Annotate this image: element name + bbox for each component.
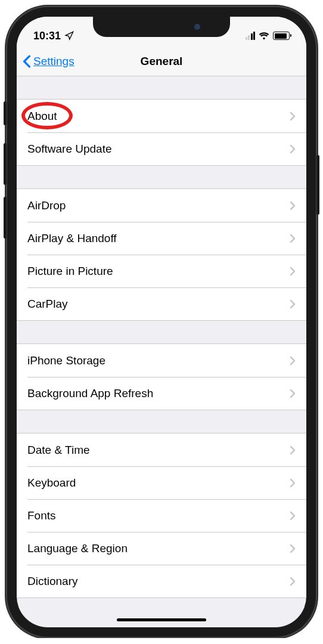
chevron-right-icon	[290, 201, 296, 210]
chevron-right-icon	[290, 234, 296, 243]
mute-switch	[4, 101, 7, 125]
settings-row-language-region[interactable]: Language & Region	[17, 532, 306, 565]
row-label: Dictionary	[27, 575, 77, 588]
row-label: Date & Time	[27, 444, 90, 457]
settings-row-about[interactable]: About	[17, 100, 306, 132]
settings-row-airplay-handoff[interactable]: AirPlay & Handoff	[17, 222, 306, 255]
row-label: CarPlay	[27, 298, 68, 311]
power-button	[316, 155, 319, 215]
settings-row-dictionary[interactable]: Dictionary	[17, 565, 306, 597]
settings-row-fonts[interactable]: Fonts	[17, 499, 306, 532]
volume-up-button	[4, 143, 7, 185]
chevron-right-icon	[290, 112, 296, 121]
settings-row-airdrop[interactable]: AirDrop	[17, 189, 306, 222]
chevron-right-icon	[290, 356, 296, 366]
content-scroll[interactable]: AboutSoftware UpdateAirDropAirPlay & Han…	[17, 76, 306, 627]
battery-icon	[273, 32, 290, 40]
status-right	[246, 32, 290, 40]
settings-section: AboutSoftware Update	[17, 99, 306, 166]
chevron-right-icon	[290, 144, 296, 154]
wifi-icon	[259, 32, 269, 40]
chevron-right-icon	[290, 511, 296, 521]
front-camera	[194, 24, 200, 30]
settings-row-picture-in-picture[interactable]: Picture in Picture	[17, 255, 306, 287]
chevron-right-icon	[290, 389, 296, 398]
chevron-right-icon	[290, 267, 296, 276]
location-icon	[64, 31, 74, 41]
settings-row-date-time[interactable]: Date & Time	[17, 434, 306, 466]
chevron-right-icon	[290, 478, 296, 488]
settings-row-carplay[interactable]: CarPlay	[17, 287, 306, 320]
settings-row-software-update[interactable]: Software Update	[17, 132, 306, 165]
settings-row-iphone-storage[interactable]: iPhone Storage	[17, 344, 306, 377]
settings-section: Date & TimeKeyboardFontsLanguage & Regio…	[17, 433, 306, 598]
notch	[93, 17, 230, 37]
row-label: Picture in Picture	[27, 265, 113, 278]
row-label: AirPlay & Handoff	[27, 232, 117, 245]
row-label: About	[27, 110, 57, 123]
chevron-right-icon	[290, 445, 296, 455]
screen: 10:31	[17, 17, 306, 627]
chevron-right-icon	[290, 544, 296, 553]
nav-title: General	[141, 55, 183, 68]
settings-row-background-app-refresh[interactable]: Background App Refresh	[17, 377, 306, 410]
back-label: Settings	[33, 55, 74, 68]
settings-row-keyboard[interactable]: Keyboard	[17, 466, 306, 499]
volume-down-button	[4, 197, 7, 239]
back-button[interactable]: Settings	[23, 55, 74, 68]
row-label: AirDrop	[27, 199, 66, 212]
device-frame: 10:31	[6, 6, 317, 638]
nav-bar: Settings General	[17, 47, 306, 76]
row-label: Language & Region	[27, 542, 128, 555]
row-label: Fonts	[27, 509, 56, 522]
settings-section: iPhone StorageBackground App Refresh	[17, 343, 306, 410]
row-label: Software Update	[27, 143, 112, 156]
row-label: iPhone Storage	[27, 354, 105, 367]
row-label: Keyboard	[27, 476, 76, 490]
settings-section: AirDropAirPlay & HandoffPicture in Pictu…	[17, 188, 306, 321]
row-label: Background App Refresh	[27, 387, 153, 400]
chevron-right-icon	[290, 577, 296, 586]
status-left: 10:31	[33, 30, 74, 42]
chevron-right-icon	[290, 299, 296, 309]
status-time: 10:31	[33, 30, 61, 42]
home-indicator[interactable]	[117, 618, 206, 621]
signal-icon	[246, 32, 256, 40]
chevron-left-icon	[23, 55, 31, 68]
